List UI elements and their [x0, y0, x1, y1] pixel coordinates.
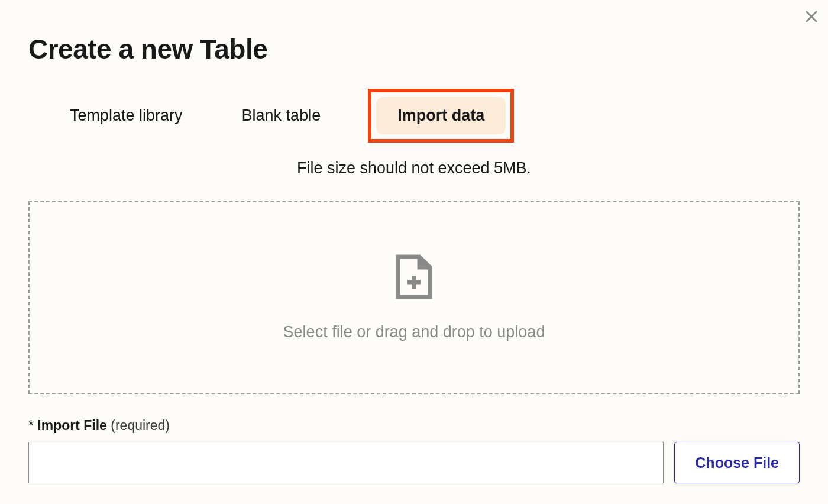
close-icon	[804, 9, 819, 24]
tab-blank-table[interactable]: Blank table	[230, 98, 333, 133]
tab-import-data[interactable]: Import data	[376, 97, 506, 134]
file-input-row: Choose File	[28, 442, 800, 483]
import-file-label: * Import File (required)	[28, 418, 800, 434]
dropzone-text: Select file or drag and drop to upload	[283, 323, 545, 341]
modal-container: Create a new Table Template library Blan…	[0, 0, 828, 483]
tab-highlight-box: Import data	[368, 89, 514, 143]
choose-file-button[interactable]: Choose File	[674, 442, 800, 483]
import-file-input[interactable]	[28, 442, 664, 483]
field-label-text: Import File	[37, 418, 107, 433]
file-dropzone[interactable]: Select file or drag and drop to upload	[28, 201, 800, 394]
close-button[interactable]	[802, 7, 821, 26]
required-asterisk: *	[28, 418, 34, 433]
tab-template-library[interactable]: Template library	[58, 98, 195, 133]
page-title: Create a new Table	[28, 33, 800, 65]
required-text: (required)	[111, 418, 170, 433]
file-add-icon	[396, 254, 432, 302]
file-size-hint: File size should not exceed 5MB.	[28, 159, 800, 177]
tabs-row: Template library Blank table Import data	[28, 89, 800, 143]
